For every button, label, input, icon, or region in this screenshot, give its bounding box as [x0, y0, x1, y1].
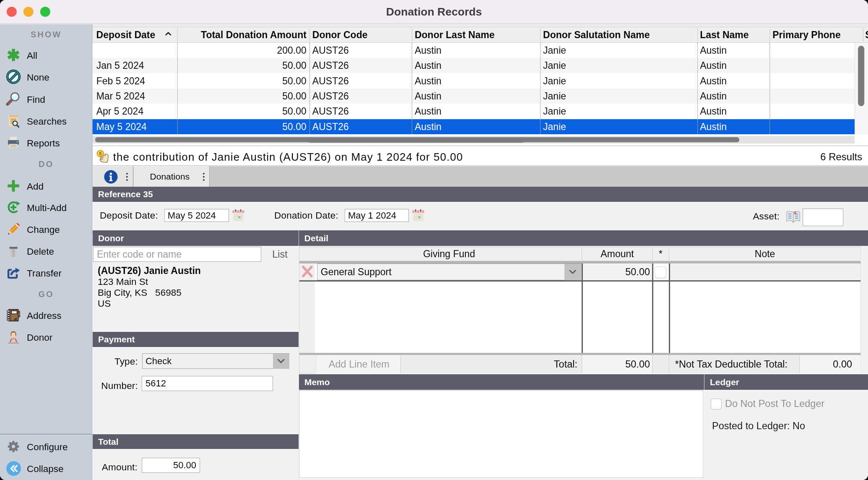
svg-text:$: $: [99, 151, 101, 156]
